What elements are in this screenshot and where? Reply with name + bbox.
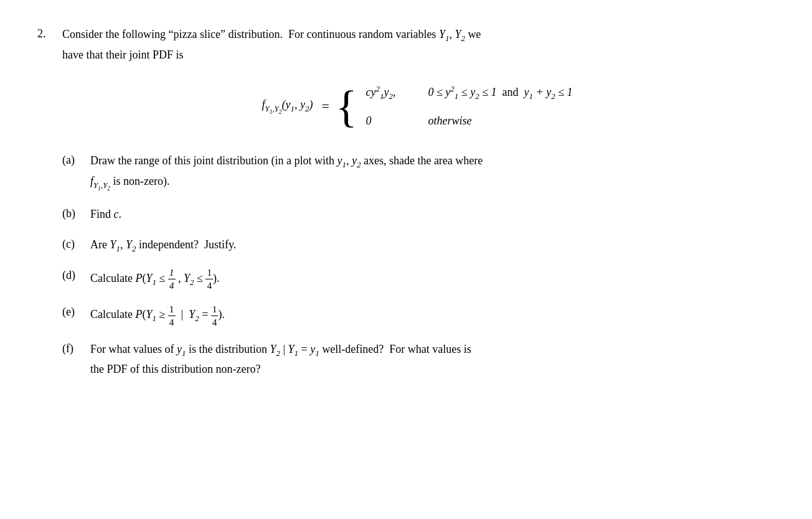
subquestions: (a) Draw the range of this joint distrib… [62,151,772,379]
subquestion-b: (b) Find c. [62,205,772,224]
intro-text-line1: Consider the following “pizza slice” dis… [62,28,481,40]
subquestion-c: (c) Are Y1, Y2 independent? Justify. [62,235,772,256]
case2-expr: 0 [366,112,415,130]
pdf-definition: fY1,Y2(y1, y2) = { cy21y2, 0 ≤ [62,83,772,129]
subq-f-text2: the PDF of this distribution non-zero? [90,363,260,375]
problem-intro: Consider the following “pizza slice” dis… [62,25,772,64]
case2-condition: otherwise [428,112,471,130]
subq-content-e: Calculate P(Y1 ≥ 14 | Y2 = 14). [90,303,772,329]
problem-number: 2. [37,25,62,43]
subq-label-e: (e) [62,303,90,321]
subq-d-text: Calculate P(Y1 ≤ 14 , Y2 ≤ 14). [90,272,220,284]
subq-content-f: For what values of y1 is the distributio… [90,340,772,379]
problem-header: 2. Consider the following “pizza slice” … [37,25,772,390]
pdf-lhs: fY1,Y2(y1, y2) [262,96,313,116]
intro-text-line2: have that their joint PDF is [62,49,183,61]
big-brace: { [336,84,357,129]
subquestion-f: (f) For what values of y1 is the distrib… [62,340,772,379]
subq-content-d: Calculate P(Y1 ≤ 14 , Y2 ≤ 14). [90,266,772,292]
subquestion-e: (e) Calculate P(Y1 ≥ 14 | Y2 = 14). [62,303,772,329]
subq-content-a: Draw the range of this joint distributio… [90,151,772,194]
subq-label-d: (d) [62,266,90,284]
cases-table: cy21y2, 0 ≤ y21 ≤ y2 ≤ 1 and y1 + y2 ≤ 1… [366,83,572,129]
subq-content-b: Find c. [90,205,772,224]
case1-expr: cy21y2, [366,83,415,103]
subq-f-text1: For what values of y1 is the distributio… [90,343,471,355]
problem-text: Consider the following “pizza slice” dis… [62,25,772,390]
subq-label-b: (b) [62,205,90,223]
subquestion-d: (d) Calculate P(Y1 ≤ 14 , Y2 ≤ 14). [62,266,772,292]
case-row-2: 0 otherwise [366,112,572,130]
subq-b-text: Find c. [90,208,121,220]
subq-label-c: (c) [62,235,90,253]
subq-a-text2: fY1,Y2 is non-zero). [90,175,170,187]
subq-content-c: Are Y1, Y2 independent? Justify. [90,235,772,256]
brace-container: { cy21y2, 0 ≤ y21 ≤ y2 ≤ 1 and y1 + y2 ≤… [336,83,573,129]
subq-e-text: Calculate P(Y1 ≥ 14 | Y2 = 14). [90,308,225,320]
case1-condition: 0 ≤ y21 ≤ y2 ≤ 1 and y1 + y2 ≤ 1 [428,83,572,103]
subquestion-a: (a) Draw the range of this joint distrib… [62,151,772,194]
pdf-equals: = [321,95,329,117]
subq-label-f: (f) [62,340,90,358]
subq-c-text: Are Y1, Y2 independent? Justify. [90,238,236,251]
case-row-1: cy21y2, 0 ≤ y21 ≤ y2 ≤ 1 and y1 + y2 ≤ 1 [366,83,572,103]
subq-a-text1: Draw the range of this joint distributio… [90,154,483,167]
subq-label-a: (a) [62,151,90,169]
problem-container: 2. Consider the following “pizza slice” … [37,25,772,390]
